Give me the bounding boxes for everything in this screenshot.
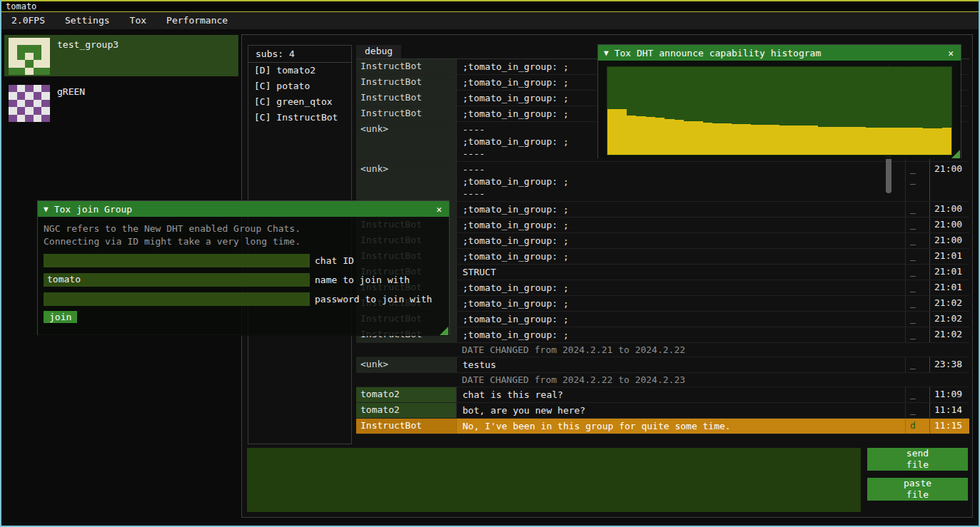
message-status: _ _ [905, 296, 929, 311]
join-name-label: name to join with [310, 275, 410, 285]
join-password-input[interactable] [44, 292, 310, 306]
subs-list-item[interactable]: [C] InstructBot [248, 110, 351, 126]
subs-list-item[interactable]: [C] potato [248, 78, 351, 94]
message-status: _ _ [905, 249, 929, 264]
histogram-bar [646, 117, 655, 155]
menu-item-performance[interactable]: Performance [156, 12, 238, 29]
histogram-bar [923, 128, 932, 155]
chat-message-row: InstructBotNo, I've been in this group f… [356, 419, 969, 434]
subs-list-item[interactable]: [C] green_qtox [248, 94, 351, 110]
histogram-bar [770, 125, 779, 155]
message-sender: tomato2 [356, 403, 456, 418]
join-info-line-2: Connecting via ID might take a very long… [44, 235, 443, 248]
message-text: ;tomato_in_group: ; [456, 233, 905, 248]
group-list: test_group3gREEN [1, 35, 241, 123]
chat-message-row: <unk>testus_ _23:38 [356, 357, 969, 373]
histogram-bar [789, 126, 798, 155]
histogram-bar [741, 124, 750, 155]
histogram-bar [837, 127, 846, 155]
histogram-bar [932, 128, 941, 155]
message-time: 21:02 [929, 312, 969, 327]
group-identicon-green-icon [9, 85, 50, 122]
message-sender: InstructBot [356, 419, 456, 434]
group-label: test_group3 [50, 38, 118, 50]
dht-histogram-titlebar[interactable]: ▼ Tox DHT announce capability histogram … [598, 45, 961, 61]
message-text: STRUCT [456, 265, 905, 280]
histogram-bar [884, 128, 894, 155]
resize-grip[interactable] [951, 150, 960, 158]
menu-item-tox[interactable]: Tox [120, 12, 156, 29]
message-time: 21:02 [929, 327, 969, 342]
group-identicon-test_group3-icon [9, 38, 50, 75]
app-window: tomato 2.0FPSSettingsToxPerformance test… [0, 0, 980, 527]
message-text: ;tomato_in_group: ; [456, 218, 905, 232]
collapse-icon[interactable]: ▼ [44, 205, 49, 214]
menu-item-2-0fps[interactable]: 2.0FPS [1, 12, 55, 29]
message-status: _ _ [905, 202, 929, 217]
message-status: _ _ [905, 162, 929, 201]
date-changed-row: DATE CHANGED from 2024.2.21 to 2024.2.22 [356, 343, 969, 357]
tab-debug[interactable]: debug [356, 45, 401, 58]
message-status: _ _ [905, 327, 929, 342]
chat-message-row: tomato2chat is this real?_ _11:09 [356, 387, 969, 403]
message-time: 21:00 [929, 162, 969, 201]
histogram-bar [799, 126, 808, 155]
histogram-bar [914, 128, 923, 155]
message-time: 21:00 [929, 202, 969, 217]
message-status: _ _ [905, 312, 929, 327]
histogram-bar [694, 121, 703, 155]
message-text: chat is this real? [456, 387, 905, 402]
resize-grip[interactable] [440, 327, 448, 335]
message-text: bot, are you new here? [456, 403, 905, 418]
dht-histogram-window: ▼ Tox DHT announce capability histogram … [597, 44, 961, 158]
close-icon[interactable]: ✕ [946, 48, 955, 58]
menu-item-settings[interactable]: Settings [55, 12, 120, 29]
collapse-icon[interactable]: ▼ [604, 48, 609, 58]
message-sender: <unk> [356, 357, 456, 372]
send-file-button[interactable]: send file [867, 448, 968, 471]
group-item-gREEN[interactable]: gREEN [4, 82, 238, 123]
histogram-bar [732, 124, 741, 155]
message-time: 21:02 [929, 296, 969, 311]
histogram-bar [808, 126, 817, 155]
histogram-bar [751, 125, 760, 155]
group-item-test_group3[interactable]: test_group3 [4, 35, 238, 76]
chat-id-label: chat ID [310, 255, 354, 266]
window-titlebar: tomato [1, 0, 979, 12]
message-time: 11:15 [929, 419, 969, 434]
message-time: 21:01 [929, 280, 969, 295]
message-time: 23:38 [929, 357, 969, 372]
histogram-bar [627, 116, 636, 155]
message-status: _ _ [905, 387, 929, 402]
chat-message-row: <unk>---- ;tomato_in_group: ; ----_ _21:… [356, 162, 969, 202]
join-password-label: password to join with [310, 294, 432, 305]
close-icon[interactable]: ✕ [435, 204, 443, 215]
date-changed-row: DATE CHANGED from 2024.2.22 to 2024.2.23 [356, 373, 969, 387]
join-group-body: NGC refers to the New DHT enabled Group … [38, 217, 449, 336]
join-button[interactable]: join [44, 311, 77, 323]
histogram-plot [607, 66, 952, 155]
histogram-bar [684, 121, 693, 155]
histogram-bar [617, 109, 626, 155]
histogram-bar [675, 120, 684, 155]
message-input[interactable] [247, 448, 861, 512]
message-text: ;tomato_in_group: ; [456, 249, 905, 264]
paste-file-button[interactable]: paste file [867, 478, 968, 501]
group-label: gREEN [50, 85, 85, 97]
join-group-title: Tox join Group [54, 204, 133, 215]
histogram-bar [760, 125, 769, 155]
menu-bar: 2.0FPSSettingsToxPerformance [1, 12, 979, 29]
message-status: _ _ [905, 218, 929, 232]
message-text: testus [456, 357, 905, 372]
dht-histogram-title: Tox DHT announce capability histogram [615, 48, 822, 58]
histogram-bar [866, 128, 875, 155]
message-sender: tomato2 [356, 387, 456, 402]
message-status: _ _ [905, 357, 929, 372]
chat-id-input[interactable] [44, 254, 310, 267]
histogram-bar [722, 123, 732, 155]
join-name-input[interactable]: tomato [44, 273, 310, 287]
window-title: tomato [6, 1, 36, 11]
message-text: ;tomato_in_group: ; [456, 327, 905, 342]
subs-list-item[interactable]: [D] tomato2 [248, 63, 351, 78]
join-group-titlebar[interactable]: ▼ Tox join Group ✕ [38, 201, 449, 217]
